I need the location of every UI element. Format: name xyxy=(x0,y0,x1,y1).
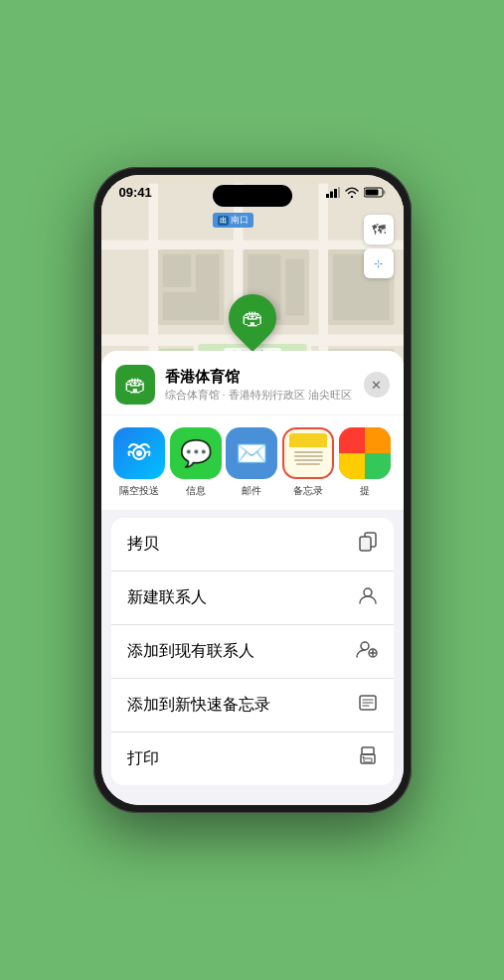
status-time: 09:41 xyxy=(119,185,152,200)
bottom-sheet: 🏟 香港体育馆 综合体育馆 · 香港特别行政区 油尖旺区 ✕ xyxy=(101,351,404,805)
mail-icon: ✉️ xyxy=(226,427,277,479)
signal-icon xyxy=(326,187,340,198)
svg-point-52 xyxy=(362,756,364,758)
mail-label: 邮件 xyxy=(242,484,261,498)
action-quick-note[interactable]: 添加到新快速备忘录 xyxy=(111,679,394,733)
map-label: 出 南口 xyxy=(213,213,253,228)
svg-rect-18 xyxy=(162,292,219,321)
messages-label: 信息 xyxy=(186,484,206,498)
share-more[interactable]: 提 xyxy=(337,427,394,498)
svg-rect-17 xyxy=(196,254,220,292)
add-contact-icon xyxy=(356,639,378,664)
dynamic-island xyxy=(213,185,292,207)
action-new-contact[interactable]: 新建联系人 xyxy=(111,572,394,625)
add-contact-label: 添加到现有联系人 xyxy=(127,641,254,662)
svg-rect-21 xyxy=(285,259,304,316)
print-label: 打印 xyxy=(127,748,159,769)
sheet-header: 🏟 香港体育馆 综合体育馆 · 香港特别行政区 油尖旺区 ✕ xyxy=(101,351,404,414)
notes-app-icon xyxy=(282,427,334,479)
svg-rect-0 xyxy=(326,194,329,198)
phone-screen: 09:41 xyxy=(101,175,404,805)
notes-label: 备忘录 xyxy=(293,484,323,498)
quick-note-label: 添加到新快速备忘录 xyxy=(127,695,270,716)
venue-info: 香港体育馆 综合体育馆 · 香港特别行政区 油尖旺区 xyxy=(165,368,364,403)
status-icons xyxy=(326,187,386,198)
copy-icon xyxy=(358,532,378,557)
pin-icon: 🏟 xyxy=(219,284,286,352)
svg-rect-1 xyxy=(330,192,333,199)
battery-icon xyxy=(364,187,386,198)
map-controls: 🗺 ⊹ xyxy=(364,215,394,282)
svg-rect-5 xyxy=(383,191,385,195)
svg-rect-51 xyxy=(364,758,372,762)
action-print[interactable]: 打印 xyxy=(111,733,394,785)
compass-btn[interactable]: ⊹ xyxy=(364,248,394,278)
wifi-icon xyxy=(345,187,359,198)
map-view-toggle[interactable]: 🗺 xyxy=(364,215,394,245)
airdrop-label: 隔空投送 xyxy=(119,484,159,498)
close-button[interactable]: ✕ xyxy=(364,372,390,398)
share-messages[interactable]: 💬 信息 xyxy=(167,427,224,498)
airdrop-icon xyxy=(113,427,165,479)
svg-rect-6 xyxy=(365,190,378,196)
svg-point-41 xyxy=(361,642,369,650)
share-row: 隔空投送 💬 信息 ✉️ 邮件 xyxy=(101,415,404,510)
share-mail[interactable]: ✉️ 邮件 xyxy=(224,427,280,498)
action-list: 拷贝 新建联系人 xyxy=(111,518,394,785)
messages-icon: 💬 xyxy=(170,427,222,479)
svg-rect-16 xyxy=(162,254,191,287)
venue-name: 香港体育馆 xyxy=(165,368,364,387)
share-airdrop[interactable]: 隔空投送 xyxy=(111,427,168,498)
action-add-to-contact[interactable]: 添加到现有联系人 xyxy=(111,625,394,679)
svg-rect-39 xyxy=(360,537,371,551)
venue-icon: 🏟 xyxy=(115,365,155,405)
quick-note-icon xyxy=(358,693,378,718)
venue-desc: 综合体育馆 · 香港特别行政区 油尖旺区 xyxy=(165,388,364,403)
svg-rect-8 xyxy=(101,241,404,250)
copy-label: 拷贝 xyxy=(127,534,159,555)
svg-point-40 xyxy=(364,588,372,596)
more-label: 提 xyxy=(360,484,370,498)
svg-rect-3 xyxy=(338,187,340,198)
svg-point-37 xyxy=(136,450,142,456)
svg-rect-2 xyxy=(334,189,337,198)
new-contact-label: 新建联系人 xyxy=(127,587,207,608)
svg-rect-49 xyxy=(362,747,374,754)
print-icon xyxy=(358,746,378,771)
phone-frame: 09:41 xyxy=(93,167,412,813)
action-copy[interactable]: 拷贝 xyxy=(111,518,394,572)
more-icon xyxy=(339,427,391,479)
share-notes[interactable]: 备忘录 xyxy=(280,427,337,498)
new-contact-icon xyxy=(358,585,378,610)
